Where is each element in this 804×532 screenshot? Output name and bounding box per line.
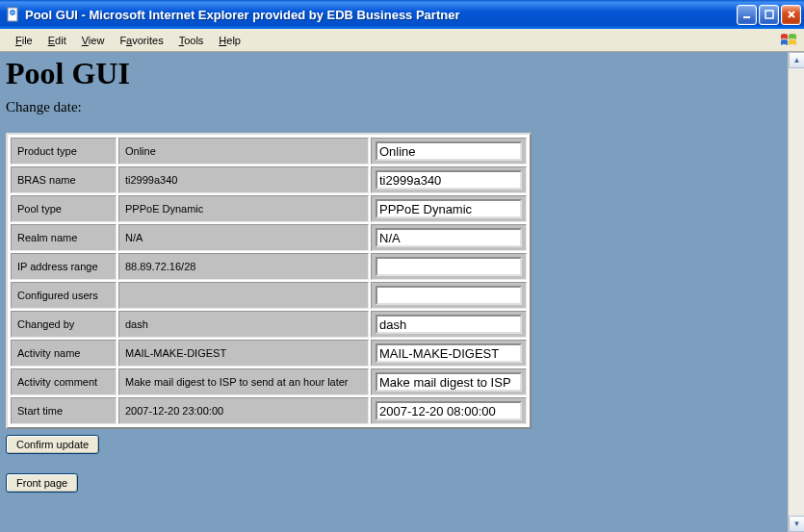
field-input-cell xyxy=(371,253,527,280)
field-input[interactable] xyxy=(376,199,522,218)
field-input[interactable] xyxy=(376,257,522,276)
minimize-button[interactable] xyxy=(737,5,757,25)
table-row: Product typeOnline xyxy=(11,138,527,165)
page-title: Pool GUI xyxy=(6,56,782,91)
field-input-cell xyxy=(371,311,527,338)
table-row: IP address range88.89.72.16/28 xyxy=(11,253,527,280)
page-subtitle: Change date: xyxy=(6,99,782,115)
table-row: Activity commentMake mail digest to ISP … xyxy=(11,368,527,395)
menubar: File Edit View Favorites Tools Help xyxy=(0,29,804,52)
field-input[interactable] xyxy=(376,286,522,305)
field-current-value: MAIL-MAKE-DIGEST xyxy=(118,340,369,367)
field-current-value: dash xyxy=(118,311,369,338)
field-label: Realm name xyxy=(11,224,117,251)
field-label: Start time xyxy=(11,397,117,424)
window-controls xyxy=(737,5,801,25)
menu-edit[interactable]: Edit xyxy=(40,33,74,48)
windows-flag-icon xyxy=(779,31,800,50)
field-current-value: PPPoE Dynamic xyxy=(118,195,369,222)
menu-view[interactable]: View xyxy=(74,33,113,48)
table-row: Configured users xyxy=(11,282,527,309)
field-current-value: ti2999a340 xyxy=(118,166,369,193)
field-input-cell xyxy=(371,368,527,395)
field-input[interactable] xyxy=(376,343,522,363)
scroll-down-button[interactable]: ▼ xyxy=(789,516,804,532)
field-input-cell xyxy=(371,195,527,222)
table-row: Start time2007-12-20 23:00:00 xyxy=(11,397,527,424)
scroll-up-button[interactable]: ▲ xyxy=(789,52,804,68)
field-label: Configured users xyxy=(11,282,117,309)
front-page-button[interactable]: Front page xyxy=(6,473,78,493)
field-label: Activity name xyxy=(11,340,117,367)
field-label: Pool type xyxy=(11,195,117,222)
ie-page-icon xyxy=(6,7,21,22)
field-label: Activity comment xyxy=(11,368,117,395)
menu-favorites[interactable]: Favorites xyxy=(112,33,170,48)
field-label: Product type xyxy=(11,138,117,165)
svg-rect-3 xyxy=(765,11,773,18)
field-label: Changed by xyxy=(11,311,117,338)
field-current-value: Online xyxy=(118,138,369,165)
table-row: BRAS nameti2999a340 xyxy=(11,166,527,193)
field-input-cell xyxy=(371,340,527,367)
table-row: Activity nameMAIL-MAKE-DIGEST xyxy=(11,340,527,367)
field-current-value: Make mail digest to ISP to send at an ho… xyxy=(118,368,369,395)
field-input-cell xyxy=(371,224,527,251)
svg-rect-2 xyxy=(743,16,750,18)
form-table: Product typeOnlineBRAS nameti2999a340Poo… xyxy=(6,133,532,429)
field-current-value: 88.89.72.16/28 xyxy=(118,253,369,280)
field-input[interactable] xyxy=(376,228,522,247)
field-input[interactable] xyxy=(376,315,522,334)
field-label: BRAS name xyxy=(11,166,117,193)
field-label: IP address range xyxy=(11,253,117,280)
field-input-cell xyxy=(371,138,527,165)
field-input-cell xyxy=(371,282,527,309)
field-input[interactable] xyxy=(376,401,522,420)
menu-file[interactable]: File xyxy=(8,33,40,48)
field-input[interactable] xyxy=(376,372,522,392)
field-input-cell xyxy=(371,166,527,193)
window-title: Pool GUI - Microsoft Internet Explorer p… xyxy=(25,8,737,22)
table-row: Changed bydash xyxy=(11,311,527,338)
field-input[interactable] xyxy=(376,141,522,161)
vertical-scrollbar[interactable]: ▲ ▼ xyxy=(788,52,804,532)
table-row: Realm nameN/A xyxy=(11,224,527,251)
field-current-value: N/A xyxy=(118,224,369,251)
confirm-update-button[interactable]: Confirm update xyxy=(6,435,99,454)
menu-help[interactable]: Help xyxy=(211,33,248,48)
window-titlebar: Pool GUI - Microsoft Internet Explorer p… xyxy=(0,0,804,29)
table-row: Pool typePPPoE Dynamic xyxy=(11,195,527,222)
page-content: Pool GUI Change date: Product typeOnline… xyxy=(0,52,788,532)
close-button[interactable] xyxy=(781,5,801,25)
field-input[interactable] xyxy=(376,170,522,190)
menu-tools[interactable]: Tools xyxy=(171,33,212,48)
field-current-value: 2007-12-20 23:00:00 xyxy=(118,397,369,424)
field-input-cell xyxy=(371,397,527,424)
field-current-value xyxy=(118,282,369,309)
maximize-button[interactable] xyxy=(759,5,779,25)
